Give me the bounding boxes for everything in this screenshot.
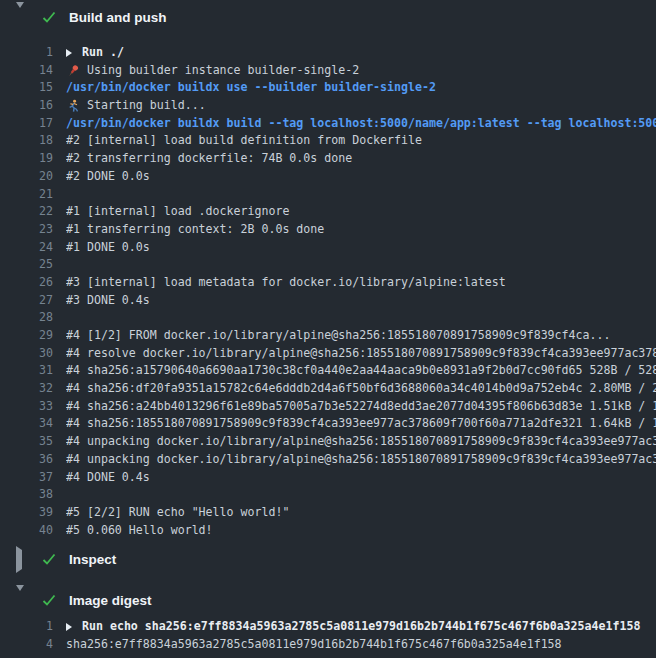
line-number[interactable]: 24 (0, 239, 53, 257)
log-line: 26#3 [internal] load metadata for docker… (0, 274, 656, 292)
line-number[interactable]: 26 (0, 274, 53, 292)
log-line-text: #4 sha256:185518070891758909c9f839cf4ca3… (66, 415, 656, 433)
log-line-text: #4 unpacking docker.io/library/alpine@sh… (66, 433, 656, 451)
log-line-text (66, 256, 656, 274)
run-toggle-icon[interactable] (66, 49, 72, 57)
triangle-down-icon[interactable] (16, 591, 28, 610)
log-lines-build-and-push: 1Run ./14Using builder instance builder-… (0, 44, 656, 539)
line-number[interactable]: 35 (0, 433, 53, 451)
log-line-text: /usr/bin/docker buildx build --tag local… (66, 115, 656, 133)
line-number[interactable]: 4 (0, 636, 53, 654)
log-line-text: #4 [1/2] FROM docker.io/library/alpine@s… (66, 327, 656, 345)
line-number[interactable]: 39 (0, 504, 53, 522)
log-line: 33#4 sha256:a24bb4013296f61e89ba57005a7b… (0, 398, 656, 416)
line-number[interactable]: 21 (0, 186, 53, 204)
log-line-text: #2 [internal] load build definition from… (66, 132, 656, 150)
triangle-right-icon[interactable] (16, 550, 28, 569)
line-number[interactable]: 38 (0, 486, 53, 504)
line-number[interactable]: 1 (0, 44, 53, 62)
log-line-text: #1 DONE 0.0s (66, 239, 656, 257)
line-number[interactable]: 17 (0, 115, 53, 133)
log-line: 38 (0, 486, 656, 504)
log-line: 36#4 unpacking docker.io/library/alpine@… (0, 451, 656, 469)
section-header-build-and-push[interactable]: Build and push (0, 3, 656, 31)
line-number[interactable]: 19 (0, 150, 53, 168)
section-title: Image digest (69, 593, 152, 608)
log-line: 1Run echo sha256:e7ff8834a5963a2785c5a08… (0, 618, 656, 636)
runner-icon (66, 99, 80, 113)
log-line: 21 (0, 186, 656, 204)
line-number[interactable]: 40 (0, 522, 53, 540)
log-line: 35#4 unpacking docker.io/library/alpine@… (0, 433, 656, 451)
line-number[interactable]: 31 (0, 362, 53, 380)
line-number[interactable]: 34 (0, 415, 53, 433)
line-number[interactable]: 25 (0, 256, 53, 274)
line-number[interactable]: 29 (0, 327, 53, 345)
log-line-text: Starting build... (66, 97, 656, 115)
log-line: 16Starting build... (0, 97, 656, 115)
line-number[interactable]: 32 (0, 380, 53, 398)
section-header-inspect[interactable]: Inspect (0, 545, 656, 573)
line-number[interactable]: 22 (0, 203, 53, 221)
log-line: 24#1 DONE 0.0s (0, 239, 656, 257)
log-line-text[interactable]: Run ./ (66, 44, 656, 62)
section-title: Inspect (69, 552, 116, 567)
section-header-image-digest[interactable]: Image digest (0, 586, 656, 614)
log-line: 23#1 transferring context: 2B 0.0s done (0, 221, 656, 239)
line-number[interactable]: 1 (0, 618, 53, 636)
log-line: 4sha256:e7ff8834a5963a2785c5a0811e979d16… (0, 636, 656, 654)
log-line: 32#4 sha256:df20fa9351a15782c64e6dddb2d4… (0, 380, 656, 398)
log-line: 20#2 DONE 0.0s (0, 168, 656, 186)
line-number[interactable]: 20 (0, 168, 53, 186)
actions-log-viewer: Build and push 1Run ./14Using builder in… (0, 0, 656, 658)
log-line: 30#4 resolve docker.io/library/alpine@sh… (0, 345, 656, 363)
log-line-text: #4 resolve docker.io/library/alpine@sha2… (66, 345, 656, 363)
log-line: 31#4 sha256:a15790640a6690aa1730c38cf0a4… (0, 362, 656, 380)
log-line-text: #3 DONE 0.4s (66, 292, 656, 310)
log-line: 29#4 [1/2] FROM docker.io/library/alpine… (0, 327, 656, 345)
line-number[interactable]: 33 (0, 398, 53, 416)
line-number[interactable]: 36 (0, 451, 53, 469)
log-line: 39#5 [2/2] RUN echo "Hello world!" (0, 504, 656, 522)
log-line: 22#1 [internal] load .dockerignore (0, 203, 656, 221)
log-line-text: /usr/bin/docker buildx use --builder bui… (66, 79, 656, 97)
log-line: 19#2 transferring dockerfile: 74B 0.0s d… (0, 150, 656, 168)
line-number[interactable]: 27 (0, 292, 53, 310)
line-number[interactable]: 15 (0, 79, 53, 97)
log-lines-image-digest: 1Run echo sha256:e7ff8834a5963a2785c5a08… (0, 618, 656, 653)
log-line-text: #4 sha256:df20fa9351a15782c64e6dddb2d4a6… (66, 380, 656, 398)
log-line: 34#4 sha256:185518070891758909c9f839cf4c… (0, 415, 656, 433)
run-toggle-icon[interactable] (66, 623, 72, 631)
log-line: 15/usr/bin/docker buildx use --builder b… (0, 79, 656, 97)
log-line-text: Using builder instance builder-single-2 (66, 62, 656, 80)
log-line: 27#3 DONE 0.4s (0, 292, 656, 310)
log-line-text: sha256:e7ff8834a5963a2785c5a0811e979d16b… (66, 636, 656, 654)
line-number[interactable]: 18 (0, 132, 53, 150)
log-line-text: #4 unpacking docker.io/library/alpine@sh… (66, 451, 656, 469)
log-line-text (66, 486, 656, 504)
triangle-down-icon[interactable] (16, 8, 28, 27)
line-number[interactable]: 37 (0, 469, 53, 487)
log-line-text: #1 [internal] load .dockerignore (66, 203, 656, 221)
line-number[interactable]: 14 (0, 62, 53, 80)
line-number[interactable]: 28 (0, 309, 53, 327)
log-line-text (66, 309, 656, 327)
log-line: 25 (0, 256, 656, 274)
line-number[interactable]: 16 (0, 97, 53, 115)
log-line: 17/usr/bin/docker buildx build --tag loc… (0, 115, 656, 133)
log-line-text[interactable]: Run echo sha256:e7ff8834a5963a2785c5a081… (66, 618, 656, 636)
section-title: Build and push (69, 10, 167, 25)
pushpin-icon (66, 64, 80, 78)
line-number[interactable]: 30 (0, 345, 53, 363)
log-line: 37#4 DONE 0.4s (0, 469, 656, 487)
check-icon (41, 9, 57, 25)
log-line: 18#2 [internal] load build definition fr… (0, 132, 656, 150)
check-icon (41, 551, 57, 567)
log-line: 14Using builder instance builder-single-… (0, 62, 656, 80)
log-line: 28 (0, 309, 656, 327)
log-line-text: #1 transferring context: 2B 0.0s done (66, 221, 656, 239)
log-line-text: #4 sha256:a24bb4013296f61e89ba57005a7b3e… (66, 398, 656, 416)
log-line-text: #4 DONE 0.4s (66, 469, 656, 487)
log-line-text: #5 0.060 Hello world! (66, 522, 656, 540)
line-number[interactable]: 23 (0, 221, 53, 239)
